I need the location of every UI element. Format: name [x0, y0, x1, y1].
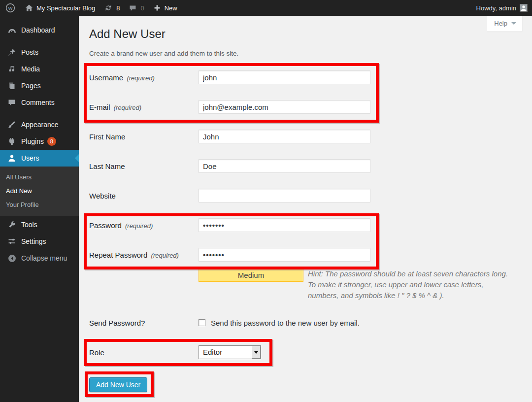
sidebar-item-plugins[interactable]: Plugins 8	[0, 133, 79, 150]
users-submenu: All Users Add New Your Profile	[0, 167, 79, 216]
sidebar-item-label: Settings	[21, 237, 46, 245]
plug-icon	[7, 136, 17, 146]
required-note: (required)	[127, 74, 154, 82]
email-label: E-mail (required)	[89, 103, 199, 111]
sidebar-item-pages[interactable]: Pages	[0, 77, 79, 94]
username-input[interactable]	[199, 70, 370, 84]
collapse-menu-button[interactable]: Collapse menu	[0, 250, 79, 267]
chevron-down-icon	[511, 22, 516, 25]
first-name-input[interactable]	[199, 130, 370, 143]
send-password-checkbox[interactable]	[199, 319, 205, 326]
main-content: Help Add New User Create a brand new use…	[79, 16, 532, 402]
repeat-password-label: Repeat Password (required)	[89, 251, 199, 259]
comment-count: 0	[140, 4, 144, 12]
sidebar-item-comments[interactable]: Comments	[0, 94, 79, 111]
required-note: (required)	[125, 222, 153, 230]
sidebar-item-label: Appearance	[21, 121, 59, 129]
sidebar-item-label: Collapse menu	[21, 254, 67, 262]
pushpin-icon	[7, 47, 17, 57]
last-name-row: Last Name	[89, 159, 523, 173]
paintbrush-icon	[7, 120, 17, 130]
email-input[interactable]	[199, 100, 370, 114]
current-menu-arrow-icon	[75, 154, 79, 162]
select-dropdown-arrow-icon[interactable]	[251, 346, 261, 359]
username-row: Username (required)	[89, 70, 523, 84]
sidebar-item-label: Pages	[21, 82, 41, 90]
password-strength-area: Medium Hint: The password should be at l…	[199, 268, 510, 301]
page-subtitle: Create a brand new user and add them to …	[89, 50, 532, 57]
role-label: Role	[89, 348, 199, 357]
wordpress-logo-menu[interactable]: W	[0, 0, 21, 16]
sidebar-item-users[interactable]: Users	[0, 150, 79, 167]
collapse-arrow-icon	[7, 253, 17, 263]
sidebar-item-label: Plugins	[21, 137, 44, 145]
sidebar-item-label: Users	[21, 154, 39, 162]
submenu-item-your-profile[interactable]: Your Profile	[0, 198, 79, 212]
website-row: Website	[89, 189, 523, 202]
new-label: New	[165, 4, 177, 12]
first-name-row: First Name	[89, 130, 523, 143]
password-input[interactable]	[199, 218, 370, 232]
plugins-update-badge: 8	[47, 137, 56, 146]
svg-text:W: W	[8, 5, 13, 11]
help-button[interactable]: Help	[487, 16, 522, 32]
help-label: Help	[494, 20, 507, 27]
comments-menu[interactable]: 0	[124, 0, 148, 16]
new-menu[interactable]: New	[149, 0, 182, 16]
comment-bubble-icon	[129, 4, 137, 12]
update-count: 8	[116, 4, 120, 12]
add-user-form: Username (required) E-mail (required) Fi…	[89, 70, 523, 392]
required-note: (required)	[151, 252, 179, 259]
required-note: (required)	[114, 104, 141, 111]
sidebar-item-label: Comments	[21, 99, 55, 106]
submit-row: Add New User	[89, 377, 523, 392]
email-row: E-mail (required)	[89, 100, 523, 114]
repeat-password-input[interactable]	[199, 248, 370, 262]
role-selected-value: Editor	[199, 346, 251, 359]
submenu-item-add-new[interactable]: Add New	[0, 184, 79, 198]
site-name: My Spectacular Blog	[36, 4, 95, 12]
password-hint: Hint: The password should be at least se…	[308, 269, 508, 300]
wordpress-logo-icon: W	[5, 3, 15, 13]
password-row: Password (required)	[89, 218, 523, 232]
sidebar-item-media[interactable]: Media	[0, 61, 79, 77]
send-password-checkbox-label: Send this password to the new user by em…	[211, 319, 360, 327]
howdy-text: Howdy, admin	[476, 4, 516, 12]
my-account-menu[interactable]: Howdy, admin	[472, 0, 532, 16]
updates-menu[interactable]: 8	[100, 0, 124, 16]
menu-separator	[0, 38, 79, 44]
admin-bar: W My Spectacular Blog 8 0 New Howdy, adm…	[0, 0, 532, 16]
sidebar-item-tools[interactable]: Tools	[0, 216, 79, 233]
site-name-menu[interactable]: My Spectacular Blog	[21, 0, 100, 16]
pages-icon	[7, 81, 17, 91]
sidebar-item-settings[interactable]: Settings	[0, 233, 79, 250]
send-password-label: Send Password?	[89, 319, 199, 327]
media-icon	[7, 64, 17, 74]
submenu-item-all-users[interactable]: All Users	[0, 170, 79, 184]
avatar	[520, 4, 528, 12]
password-strength-meter: Medium	[199, 268, 303, 282]
comments-icon	[7, 98, 17, 107]
sidebar-item-posts[interactable]: Posts	[0, 44, 79, 61]
sidebar-item-label: Tools	[21, 221, 37, 229]
first-name-label: First Name	[89, 133, 199, 141]
sidebar-item-label: Media	[21, 65, 40, 73]
website-input[interactable]	[199, 189, 370, 202]
settings-sliders-icon	[7, 236, 17, 246]
sidebar-item-appearance[interactable]: Appearance	[0, 116, 79, 133]
last-name-input[interactable]	[199, 159, 370, 173]
wrench-icon	[7, 220, 17, 230]
dashboard-icon	[7, 25, 17, 35]
last-name-label: Last Name	[89, 162, 199, 170]
website-label: Website	[89, 192, 199, 200]
users-icon	[7, 153, 17, 163]
role-select[interactable]: Editor	[199, 345, 261, 359]
sidebar-item-dashboard[interactable]: Dashboard	[0, 22, 79, 38]
update-icon	[104, 3, 113, 12]
sidebar-item-label: Posts	[21, 48, 38, 56]
page-title: Add New User	[79, 16, 532, 41]
add-new-user-button[interactable]: Add New User	[89, 377, 147, 392]
username-label: Username (required)	[89, 73, 199, 82]
role-row: Role Editor	[89, 345, 523, 359]
repeat-password-row: Repeat Password (required)	[89, 248, 523, 262]
